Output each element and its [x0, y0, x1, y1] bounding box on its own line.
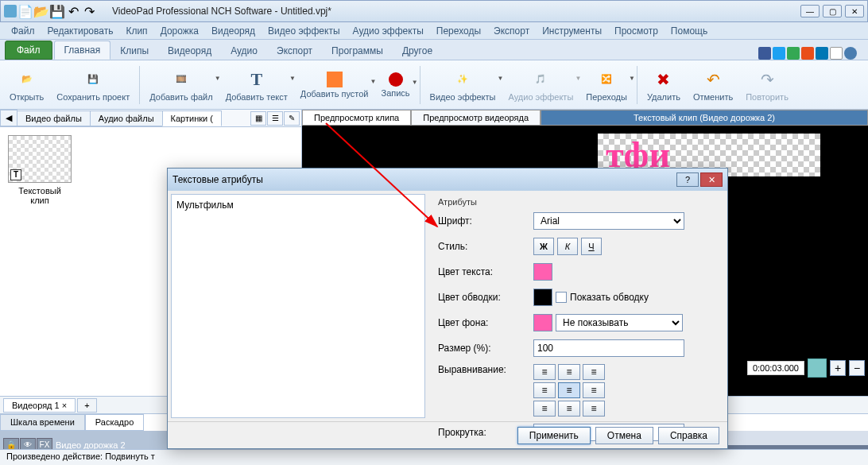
video-effects-button[interactable]: ✨Видео эффекты▼	[424, 67, 502, 103]
clip-item[interactable]: T Текстовый клип	[8, 135, 72, 205]
tab-images[interactable]: Картинки (	[162, 110, 222, 126]
timeline-mode[interactable]: Шкала времени	[0, 414, 85, 431]
align-ml[interactable]: ≡	[533, 382, 556, 398]
titlebar: 📄 📂 💾 ↶ ↷ VideoPad Professional NCH Soft…	[0, 0, 868, 22]
tab-video-files[interactable]: Видео файлы	[17, 110, 91, 126]
bin-view-button[interactable]: ▦	[250, 111, 266, 126]
linkedin-icon[interactable]	[816, 47, 828, 60]
delete-button[interactable]: ✖Удалить	[641, 67, 687, 103]
bin-filter-button[interactable]: ✎	[284, 111, 300, 126]
stumble-icon[interactable]	[801, 47, 814, 60]
menu-help[interactable]: Помощь	[665, 24, 714, 38]
italic-button[interactable]: К	[557, 238, 578, 255]
menu-tools[interactable]: Инструменты	[536, 24, 608, 38]
window-title: VideoPad Professional NCH Software - Unt…	[112, 6, 331, 17]
menu-export[interactable]: Экспорт	[487, 24, 536, 38]
align-bc[interactable]: ≡	[558, 401, 580, 417]
qat-redo[interactable]: ↷	[82, 4, 96, 18]
show-outline-label: Показать обводку	[570, 292, 649, 303]
menu-sequence[interactable]: Видеоряд	[205, 24, 262, 38]
sequence-tab-1[interactable]: Видеоряд 1 ×	[3, 398, 76, 413]
menu-view[interactable]: Просмотр	[608, 24, 665, 38]
status-bar: Произведено действие: Подвинуть т	[0, 449, 868, 465]
qat-undo[interactable]: ↶	[66, 4, 80, 18]
align-tc[interactable]: ≡	[558, 364, 580, 380]
redo-button[interactable]: ↷Повторить	[739, 67, 795, 103]
align-tl[interactable]: ≡	[533, 364, 556, 380]
align-mr[interactable]: ≡	[583, 382, 605, 398]
preview-sequence-tab[interactable]: Предпросмотр видеоряда	[411, 110, 541, 126]
tab-other[interactable]: Другое	[393, 42, 442, 60]
audio-effects-button[interactable]: 🎵Аудио эффекты▼	[502, 67, 580, 103]
clip-thumbnail[interactable]: T	[8, 135, 72, 183]
align-tr[interactable]: ≡	[583, 364, 605, 380]
transitions-button[interactable]: 🔀Переходы▼	[579, 67, 634, 103]
share-icon[interactable]	[787, 47, 800, 60]
text-input-area[interactable]: Мультфильм	[171, 194, 425, 418]
dialog-help-button[interactable]: ?	[676, 172, 699, 187]
menu-edit[interactable]: Редактировать	[41, 24, 120, 38]
menu-track[interactable]: Дорожка	[154, 24, 205, 38]
show-outline-checkbox[interactable]	[556, 292, 567, 303]
timecode: 0:00:03.000	[747, 361, 804, 375]
qat-new[interactable]: 📄	[18, 4, 33, 18]
align-label: Выравнивание:	[438, 364, 533, 375]
dialog-title: Текстовые атрибуты	[172, 174, 675, 185]
menu-videofx[interactable]: Видео эффекты	[262, 24, 346, 38]
twitter-icon[interactable]	[773, 47, 785, 60]
dialog-close-button[interactable]: ✕	[700, 172, 723, 187]
outline-color-swatch[interactable]	[533, 289, 552, 306]
tab-clips[interactable]: Клипы	[110, 42, 158, 60]
qat-save[interactable]: 💾	[50, 4, 64, 18]
maximize-button[interactable]: ▢	[823, 5, 842, 17]
help-button[interactable]: Справка	[658, 427, 719, 444]
tab-audio-files[interactable]: Аудио файлы	[90, 110, 163, 126]
tab-home[interactable]: Главная	[54, 41, 111, 60]
tab-audio[interactable]: Аудио	[221, 42, 267, 60]
text-color-swatch[interactable]	[533, 263, 552, 281]
underline-button[interactable]: Ч	[581, 238, 602, 255]
menu-audiofx[interactable]: Аудио эффекты	[347, 24, 430, 38]
close-button[interactable]: ✕	[845, 5, 864, 17]
bg-mode-combo[interactable]: Не показывать	[556, 314, 683, 331]
add-text-button[interactable]: TДобавить текст▼	[219, 67, 294, 103]
menu-clip[interactable]: Клип	[119, 24, 153, 38]
add-blank-button[interactable]: Добавить пустой▼	[294, 70, 375, 100]
tab-sequence[interactable]: Видеоряд	[158, 42, 221, 60]
align-br[interactable]: ≡	[583, 401, 605, 417]
menu-file[interactable]: Файл	[5, 24, 41, 38]
tab-programs[interactable]: Программы	[322, 42, 393, 60]
cancel-button[interactable]: Отмена	[595, 427, 653, 444]
font-combo[interactable]: Arial	[533, 212, 684, 230]
bin-sort-button[interactable]: ☰	[267, 111, 283, 126]
size-input[interactable]	[533, 339, 684, 357]
chevron-down-icon[interactable]	[830, 47, 843, 60]
tab-nav-left[interactable]: ◀	[0, 110, 17, 126]
save-project-button[interactable]: 💾Сохранить проект	[50, 67, 136, 103]
text-attributes-dialog: Текстовые атрибуты ? ✕ Мультфильм Атрибу…	[167, 168, 728, 449]
storyboard-mode[interactable]: Раскадро	[85, 414, 144, 431]
zoom-in-button[interactable]: +	[830, 360, 846, 376]
font-label: Шрифт:	[438, 215, 533, 227]
add-file-button[interactable]: 🎞️Добавить файл▼	[143, 67, 219, 103]
ribbon-file-button[interactable]: Файл	[5, 41, 52, 60]
undo-button[interactable]: ↶Отменить	[687, 67, 739, 103]
align-mc[interactable]: ≡	[558, 382, 580, 398]
preview-clip-tab[interactable]: Предпросмотр клипа	[302, 110, 411, 126]
help-icon[interactable]	[844, 47, 857, 60]
menu-transitions[interactable]: Переходы	[430, 24, 487, 38]
zoom-out-button[interactable]: −	[849, 360, 865, 376]
qat-open[interactable]: 📂	[34, 4, 48, 18]
clip-name: Текстовый клип	[8, 186, 72, 205]
facebook-icon[interactable]	[758, 47, 771, 60]
tab-export[interactable]: Экспорт	[267, 42, 322, 60]
add-sequence-button[interactable]: +	[77, 398, 96, 413]
minimize-button[interactable]: —	[800, 5, 820, 17]
marker-icon[interactable]	[808, 358, 827, 378]
align-bl[interactable]: ≡	[533, 401, 556, 417]
bold-button[interactable]: Ж	[533, 238, 554, 255]
bg-color-swatch[interactable]	[533, 314, 552, 331]
record-button[interactable]: Запись▼	[375, 71, 417, 99]
apply-button[interactable]: Применить	[517, 427, 591, 444]
open-button[interactable]: 📂Открыть	[3, 67, 50, 103]
